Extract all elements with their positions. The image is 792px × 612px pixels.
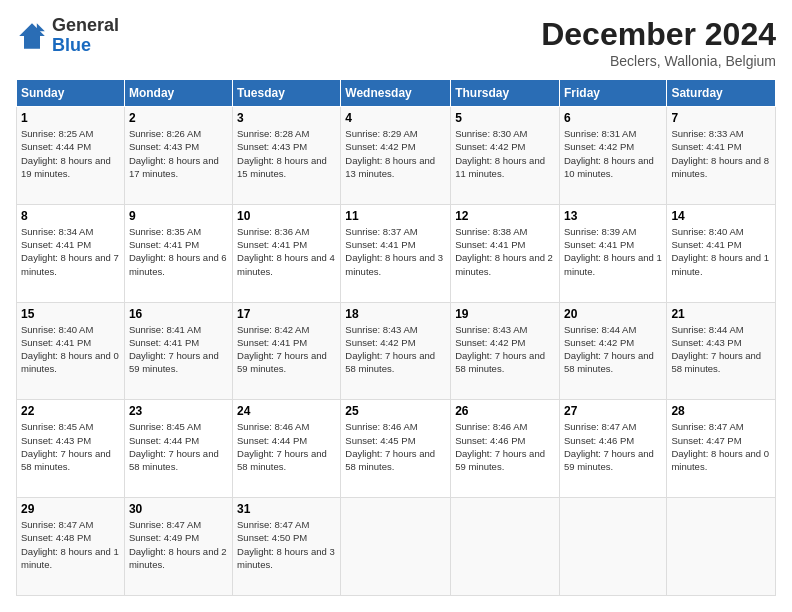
col-header-friday: Friday xyxy=(559,80,666,107)
day-cell: 7 Sunrise: 8:33 AMSunset: 4:41 PMDayligh… xyxy=(667,107,776,205)
col-header-thursday: Thursday xyxy=(451,80,560,107)
calendar-subtitle: Beclers, Wallonia, Belgium xyxy=(541,53,776,69)
day-cell: 3 Sunrise: 8:28 AMSunset: 4:43 PMDayligh… xyxy=(233,107,341,205)
day-number: 27 xyxy=(564,404,662,418)
day-number: 4 xyxy=(345,111,446,125)
day-detail: Sunrise: 8:28 AMSunset: 4:43 PMDaylight:… xyxy=(237,128,327,179)
day-cell: 31 Sunrise: 8:47 AMSunset: 4:50 PMDaylig… xyxy=(233,498,341,596)
day-detail: Sunrise: 8:47 AMSunset: 4:49 PMDaylight:… xyxy=(129,519,227,570)
col-header-monday: Monday xyxy=(124,80,232,107)
day-cell: 6 Sunrise: 8:31 AMSunset: 4:42 PMDayligh… xyxy=(559,107,666,205)
day-detail: Sunrise: 8:31 AMSunset: 4:42 PMDaylight:… xyxy=(564,128,654,179)
week-row-5: 29 Sunrise: 8:47 AMSunset: 4:48 PMDaylig… xyxy=(17,498,776,596)
day-number: 24 xyxy=(237,404,336,418)
day-cell: 1 Sunrise: 8:25 AMSunset: 4:44 PMDayligh… xyxy=(17,107,125,205)
header: General Blue December 2024 Beclers, Wall… xyxy=(16,16,776,69)
logo: General Blue xyxy=(16,16,119,56)
day-number: 12 xyxy=(455,209,555,223)
day-cell xyxy=(667,498,776,596)
day-number: 17 xyxy=(237,307,336,321)
logo-icon xyxy=(16,20,48,52)
col-header-saturday: Saturday xyxy=(667,80,776,107)
day-cell: 30 Sunrise: 8:47 AMSunset: 4:49 PMDaylig… xyxy=(124,498,232,596)
day-number: 28 xyxy=(671,404,771,418)
day-cell: 26 Sunrise: 8:46 AMSunset: 4:46 PMDaylig… xyxy=(451,400,560,498)
day-cell: 10 Sunrise: 8:36 AMSunset: 4:41 PMDaylig… xyxy=(233,204,341,302)
day-cell: 22 Sunrise: 8:45 AMSunset: 4:43 PMDaylig… xyxy=(17,400,125,498)
day-detail: Sunrise: 8:46 AMSunset: 4:44 PMDaylight:… xyxy=(237,421,327,472)
day-number: 1 xyxy=(21,111,120,125)
day-detail: Sunrise: 8:30 AMSunset: 4:42 PMDaylight:… xyxy=(455,128,545,179)
day-number: 10 xyxy=(237,209,336,223)
day-cell: 19 Sunrise: 8:43 AMSunset: 4:42 PMDaylig… xyxy=(451,302,560,400)
logo-blue-text: Blue xyxy=(52,35,91,55)
day-cell: 4 Sunrise: 8:29 AMSunset: 4:42 PMDayligh… xyxy=(341,107,451,205)
day-cell: 18 Sunrise: 8:43 AMSunset: 4:42 PMDaylig… xyxy=(341,302,451,400)
day-detail: Sunrise: 8:29 AMSunset: 4:42 PMDaylight:… xyxy=(345,128,435,179)
day-detail: Sunrise: 8:42 AMSunset: 4:41 PMDaylight:… xyxy=(237,324,327,375)
day-number: 3 xyxy=(237,111,336,125)
day-cell xyxy=(341,498,451,596)
day-number: 22 xyxy=(21,404,120,418)
day-cell xyxy=(559,498,666,596)
day-detail: Sunrise: 8:43 AMSunset: 4:42 PMDaylight:… xyxy=(455,324,545,375)
day-detail: Sunrise: 8:40 AMSunset: 4:41 PMDaylight:… xyxy=(671,226,769,277)
day-number: 13 xyxy=(564,209,662,223)
day-number: 19 xyxy=(455,307,555,321)
day-number: 31 xyxy=(237,502,336,516)
day-detail: Sunrise: 8:34 AMSunset: 4:41 PMDaylight:… xyxy=(21,226,119,277)
day-number: 23 xyxy=(129,404,228,418)
day-detail: Sunrise: 8:41 AMSunset: 4:41 PMDaylight:… xyxy=(129,324,219,375)
day-cell: 20 Sunrise: 8:44 AMSunset: 4:42 PMDaylig… xyxy=(559,302,666,400)
day-detail: Sunrise: 8:47 AMSunset: 4:47 PMDaylight:… xyxy=(671,421,769,472)
day-number: 14 xyxy=(671,209,771,223)
day-number: 5 xyxy=(455,111,555,125)
day-detail: Sunrise: 8:47 AMSunset: 4:48 PMDaylight:… xyxy=(21,519,119,570)
title-block: December 2024 Beclers, Wallonia, Belgium xyxy=(541,16,776,69)
day-number: 7 xyxy=(671,111,771,125)
day-detail: Sunrise: 8:37 AMSunset: 4:41 PMDaylight:… xyxy=(345,226,443,277)
day-detail: Sunrise: 8:36 AMSunset: 4:41 PMDaylight:… xyxy=(237,226,335,277)
day-number: 9 xyxy=(129,209,228,223)
day-detail: Sunrise: 8:39 AMSunset: 4:41 PMDaylight:… xyxy=(564,226,662,277)
week-row-2: 8 Sunrise: 8:34 AMSunset: 4:41 PMDayligh… xyxy=(17,204,776,302)
day-detail: Sunrise: 8:45 AMSunset: 4:43 PMDaylight:… xyxy=(21,421,111,472)
day-cell: 12 Sunrise: 8:38 AMSunset: 4:41 PMDaylig… xyxy=(451,204,560,302)
day-cell: 16 Sunrise: 8:41 AMSunset: 4:41 PMDaylig… xyxy=(124,302,232,400)
day-number: 21 xyxy=(671,307,771,321)
day-cell: 2 Sunrise: 8:26 AMSunset: 4:43 PMDayligh… xyxy=(124,107,232,205)
day-detail: Sunrise: 8:33 AMSunset: 4:41 PMDaylight:… xyxy=(671,128,769,179)
calendar-table: SundayMondayTuesdayWednesdayThursdayFrid… xyxy=(16,79,776,596)
week-row-3: 15 Sunrise: 8:40 AMSunset: 4:41 PMDaylig… xyxy=(17,302,776,400)
day-number: 29 xyxy=(21,502,120,516)
day-number: 18 xyxy=(345,307,446,321)
day-detail: Sunrise: 8:40 AMSunset: 4:41 PMDaylight:… xyxy=(21,324,119,375)
col-header-tuesday: Tuesday xyxy=(233,80,341,107)
week-row-4: 22 Sunrise: 8:45 AMSunset: 4:43 PMDaylig… xyxy=(17,400,776,498)
page: General Blue December 2024 Beclers, Wall… xyxy=(0,0,792,612)
day-detail: Sunrise: 8:47 AMSunset: 4:46 PMDaylight:… xyxy=(564,421,654,472)
day-number: 26 xyxy=(455,404,555,418)
day-detail: Sunrise: 8:44 AMSunset: 4:42 PMDaylight:… xyxy=(564,324,654,375)
day-detail: Sunrise: 8:26 AMSunset: 4:43 PMDaylight:… xyxy=(129,128,219,179)
day-detail: Sunrise: 8:46 AMSunset: 4:45 PMDaylight:… xyxy=(345,421,435,472)
day-cell: 13 Sunrise: 8:39 AMSunset: 4:41 PMDaylig… xyxy=(559,204,666,302)
day-detail: Sunrise: 8:38 AMSunset: 4:41 PMDaylight:… xyxy=(455,226,553,277)
day-number: 15 xyxy=(21,307,120,321)
day-cell: 29 Sunrise: 8:47 AMSunset: 4:48 PMDaylig… xyxy=(17,498,125,596)
day-detail: Sunrise: 8:45 AMSunset: 4:44 PMDaylight:… xyxy=(129,421,219,472)
day-number: 30 xyxy=(129,502,228,516)
day-number: 16 xyxy=(129,307,228,321)
day-cell: 8 Sunrise: 8:34 AMSunset: 4:41 PMDayligh… xyxy=(17,204,125,302)
day-cell xyxy=(451,498,560,596)
day-cell: 11 Sunrise: 8:37 AMSunset: 4:41 PMDaylig… xyxy=(341,204,451,302)
day-detail: Sunrise: 8:25 AMSunset: 4:44 PMDaylight:… xyxy=(21,128,111,179)
day-cell: 15 Sunrise: 8:40 AMSunset: 4:41 PMDaylig… xyxy=(17,302,125,400)
svg-marker-0 xyxy=(19,23,45,49)
day-cell: 21 Sunrise: 8:44 AMSunset: 4:43 PMDaylig… xyxy=(667,302,776,400)
col-header-wednesday: Wednesday xyxy=(341,80,451,107)
day-number: 25 xyxy=(345,404,446,418)
calendar-title: December 2024 xyxy=(541,16,776,53)
day-number: 6 xyxy=(564,111,662,125)
day-detail: Sunrise: 8:47 AMSunset: 4:50 PMDaylight:… xyxy=(237,519,335,570)
